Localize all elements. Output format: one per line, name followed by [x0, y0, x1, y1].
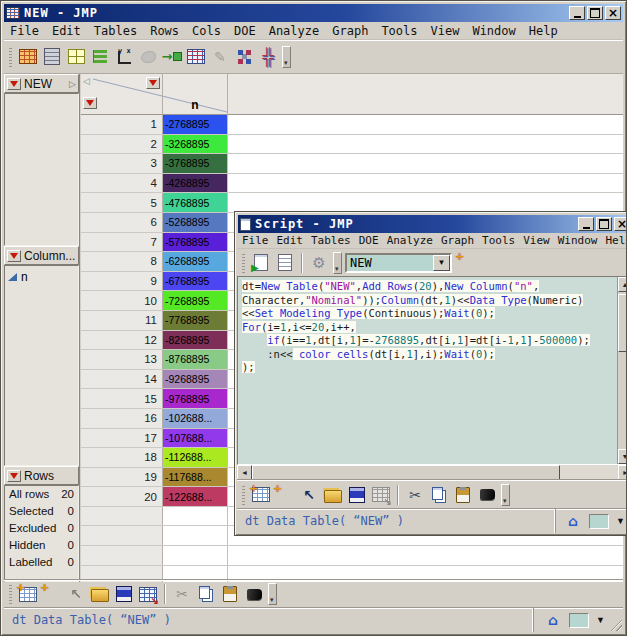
journal-icon[interactable]	[476, 484, 498, 506]
value-cell[interactable]: -8768895	[163, 350, 228, 369]
distribution-icon[interactable]	[41, 46, 63, 68]
red-triangle-menu-icon[interactable]	[7, 250, 21, 262]
script-editor[interactable]: dt=New Table("NEW",Add Rows(20),New Colu…	[238, 277, 617, 464]
value-cell[interactable]: -122688...	[163, 487, 228, 506]
new-data-table-icon[interactable]	[17, 46, 39, 68]
row-number-cell[interactable]: 3	[81, 154, 163, 173]
minimize-button[interactable]	[569, 6, 585, 20]
row-number-cell[interactable]: 4	[81, 174, 163, 193]
maximize-button[interactable]	[587, 6, 603, 20]
vertical-scrollbar[interactable]: ▲ ▼	[617, 277, 627, 464]
red-triangle-menu-icon[interactable]	[7, 470, 21, 482]
brush-icon[interactable]	[137, 46, 159, 68]
red-triangle-menu-icon[interactable]	[146, 77, 160, 89]
value-cell[interactable]: -3768895	[163, 154, 228, 173]
home-icon[interactable]	[565, 513, 581, 529]
row-number-cell[interactable]: 14	[81, 370, 163, 389]
menu-file[interactable]: File	[242, 234, 269, 247]
columns-panel-header[interactable]: Column...	[4, 246, 79, 265]
rows-stat-hidden[interactable]: Hidden0	[5, 537, 78, 554]
design-icon[interactable]	[257, 46, 279, 68]
value-cell[interactable]: -9768895	[163, 389, 228, 408]
red-triangle-menu-icon[interactable]	[83, 97, 97, 109]
toolbar-overflow-button[interactable]	[501, 484, 510, 506]
row-number-cell[interactable]: 1	[81, 115, 163, 134]
row-number-cell[interactable]: 15	[81, 389, 163, 408]
close-button[interactable]	[605, 6, 621, 20]
row-number-cell[interactable]: 12	[81, 331, 163, 350]
window-panes-icon[interactable]	[65, 46, 87, 68]
toolbar-grip[interactable]	[9, 47, 12, 67]
table-arrow-icon[interactable]	[370, 484, 392, 506]
menu-tools[interactable]: Tools	[482, 234, 515, 247]
row-number-cell[interactable]: 10	[81, 291, 163, 310]
open-folder-icon[interactable]	[322, 484, 344, 506]
fit-y-by-x-icon[interactable]	[113, 46, 135, 68]
row-number-cell[interactable]: 20	[81, 487, 163, 506]
annotate-icon[interactable]	[209, 46, 231, 68]
scrollbar-thumb[interactable]	[252, 465, 560, 480]
run-script-icon[interactable]	[250, 252, 272, 274]
row-number-cell[interactable]: 18	[81, 448, 163, 467]
row-number-cell[interactable]: 13	[81, 350, 163, 369]
value-cell[interactable]: -107688...	[163, 429, 228, 448]
home-icon[interactable]	[545, 612, 561, 628]
diagram-icon[interactable]	[233, 46, 255, 68]
scroll-left-icon[interactable]: ◄	[237, 465, 252, 480]
row-number-cell[interactable]	[81, 507, 163, 526]
row-number-cell[interactable]: 9	[81, 272, 163, 291]
menu-edit[interactable]: Edit	[52, 24, 81, 38]
row-number-cell[interactable]: 6	[81, 213, 163, 232]
row-number-cell[interactable]: 11	[81, 311, 163, 330]
rows-panel-header[interactable]: Rows	[4, 466, 79, 485]
cursor-icon[interactable]	[65, 583, 87, 605]
combo-dropdown-icon[interactable]: ▼	[433, 255, 450, 271]
menu-edit[interactable]: Edit	[277, 234, 304, 247]
rows-stat-excluded[interactable]: Excluded0	[5, 520, 78, 537]
new-table-icon[interactable]	[17, 583, 39, 605]
value-cell[interactable]: -5768895	[163, 233, 228, 252]
save-icon[interactable]	[346, 484, 368, 506]
menu-tables[interactable]: Tables	[94, 24, 137, 38]
paste-icon[interactable]	[452, 484, 474, 506]
value-cell[interactable]: -3268895	[163, 135, 228, 154]
toolbar-overflow-button[interactable]	[333, 252, 342, 274]
menu-window[interactable]: Window	[472, 24, 515, 38]
new-table-icon[interactable]	[250, 484, 272, 506]
save-icon[interactable]	[113, 583, 135, 605]
table-arrow-icon[interactable]	[137, 583, 159, 605]
menu-graph[interactable]: Graph	[441, 234, 474, 247]
red-triangle-menu-icon[interactable]	[7, 78, 21, 90]
new-journal-icon[interactable]	[274, 484, 296, 506]
assign-icon[interactable]	[161, 46, 183, 68]
close-button[interactable]	[614, 217, 627, 231]
copy-icon[interactable]	[428, 484, 450, 506]
scrollbar-thumb[interactable]	[618, 294, 627, 352]
status-dropdown-icon[interactable]: ▼	[596, 615, 605, 625]
open-folder-icon[interactable]	[89, 583, 111, 605]
tabulate-icon[interactable]	[185, 46, 207, 68]
column-header-n[interactable]: n	[163, 74, 228, 115]
value-cell[interactable]: -4768895	[163, 193, 228, 212]
menu-view[interactable]: View	[431, 24, 460, 38]
toolbar-grip[interactable]	[9, 584, 12, 604]
new-data-table-plus-icon[interactable]	[456, 252, 478, 274]
toolbar-grip[interactable]	[242, 253, 245, 273]
row-number-cell[interactable]: 8	[81, 252, 163, 271]
value-cell[interactable]: -9268895	[163, 370, 228, 389]
cursor-icon[interactable]	[298, 484, 320, 506]
rows-stat-selected[interactable]: Selected0	[5, 503, 78, 520]
toolbar-overflow-button[interactable]	[268, 583, 277, 605]
value-cell[interactable]	[163, 546, 228, 565]
menu-analyze[interactable]: Analyze	[387, 234, 433, 247]
current-table-combo-value[interactable]: NEW	[347, 255, 433, 271]
menu-cols[interactable]: Cols	[192, 24, 221, 38]
journal-icon[interactable]	[243, 583, 265, 605]
menu-tables[interactable]: Tables	[311, 234, 351, 247]
value-cell[interactable]: -7768895	[163, 311, 228, 330]
graph-bars-icon[interactable]	[89, 46, 111, 68]
paste-icon[interactable]	[219, 583, 241, 605]
value-cell[interactable]: -6268895	[163, 252, 228, 271]
rows-stat-all-rows[interactable]: All rows20	[5, 486, 78, 503]
value-cell[interactable]: -102688...	[163, 409, 228, 428]
